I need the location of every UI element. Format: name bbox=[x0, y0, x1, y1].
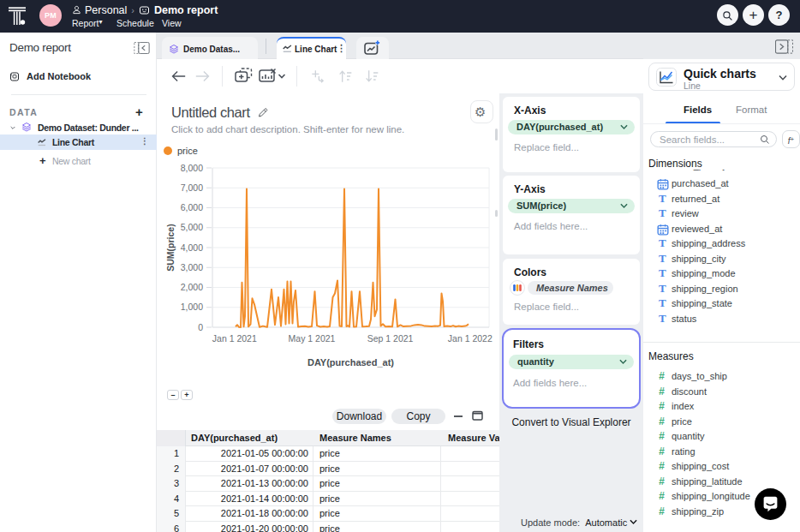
svg-text:5,000: 5,000 bbox=[181, 222, 203, 232]
svg-text:8,000: 8,000 bbox=[181, 163, 203, 173]
svg-text:DAY(purchased_at): DAY(purchased_at) bbox=[307, 357, 394, 368]
svg-text:4,000: 4,000 bbox=[181, 242, 203, 253]
svg-text:6,000: 6,000 bbox=[181, 202, 203, 212]
svg-text:1,000: 1,000 bbox=[181, 302, 203, 312]
svg-text:May 1 2021: May 1 2021 bbox=[289, 333, 336, 344]
svg-text:7,000: 7,000 bbox=[181, 182, 203, 193]
svg-text:3,000: 3,000 bbox=[181, 262, 203, 272]
svg-text:Jan 1 2022: Jan 1 2022 bbox=[448, 333, 493, 344]
svg-text:Sep 1 2021: Sep 1 2021 bbox=[367, 333, 414, 344]
svg-text:Jan 1 2021: Jan 1 2021 bbox=[212, 333, 257, 344]
svg-text:SUM(price): SUM(price) bbox=[165, 224, 176, 271]
svg-text:0: 0 bbox=[198, 322, 203, 332]
svg-text:2,000: 2,000 bbox=[181, 282, 203, 292]
